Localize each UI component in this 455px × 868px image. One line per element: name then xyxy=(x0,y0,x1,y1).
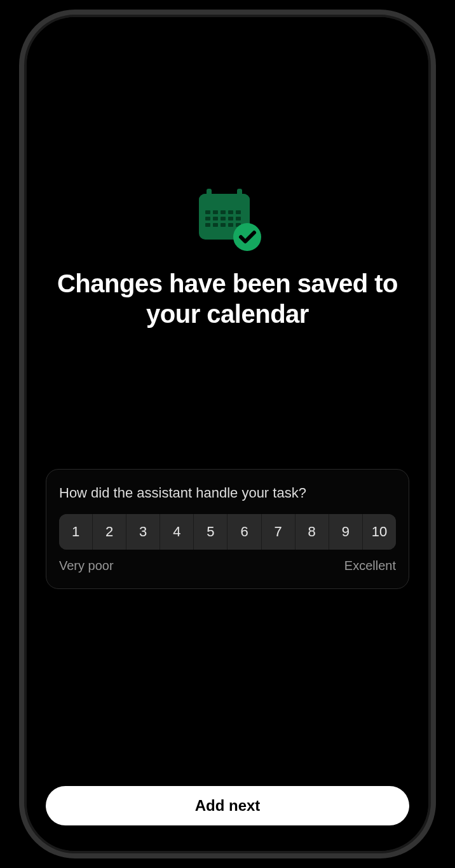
svg-rect-3 xyxy=(207,189,212,198)
svg-rect-11 xyxy=(213,217,218,220)
svg-rect-7 xyxy=(221,210,226,214)
rating-option-2[interactable]: 2 xyxy=(93,514,126,550)
svg-rect-13 xyxy=(228,217,233,220)
phone-frame: Changes have been saved to your calendar… xyxy=(24,15,431,853)
svg-rect-5 xyxy=(205,210,210,214)
rating-card: How did the assistant handle your task? … xyxy=(46,469,409,589)
confirmation-hero: Changes have been saved to your calendar xyxy=(46,189,409,329)
footer: Add next xyxy=(46,786,409,825)
rating-option-7[interactable]: 7 xyxy=(262,514,295,550)
svg-rect-17 xyxy=(221,223,226,227)
calendar-check-icon xyxy=(193,189,262,252)
rating-labels: Very poor Excellent xyxy=(59,559,396,573)
svg-rect-16 xyxy=(213,223,218,227)
rating-scale: 1 2 3 4 5 6 7 8 9 10 xyxy=(59,514,396,550)
rating-option-4[interactable]: 4 xyxy=(160,514,194,550)
svg-rect-18 xyxy=(228,223,233,227)
rating-option-6[interactable]: 6 xyxy=(228,514,261,550)
rating-option-8[interactable]: 8 xyxy=(295,514,329,550)
rating-option-3[interactable]: 3 xyxy=(126,514,160,550)
svg-rect-8 xyxy=(228,210,233,214)
rating-label-low: Very poor xyxy=(59,559,114,573)
add-next-button[interactable]: Add next xyxy=(46,786,409,825)
svg-rect-9 xyxy=(236,210,241,214)
app-screen: Changes have been saved to your calendar… xyxy=(27,17,428,851)
rating-question: How did the assistant handle your task? xyxy=(59,485,396,501)
svg-rect-6 xyxy=(213,210,218,214)
rating-option-1[interactable]: 1 xyxy=(59,514,93,550)
svg-rect-15 xyxy=(205,223,210,227)
svg-rect-14 xyxy=(236,217,241,220)
confirmation-heading: Changes have been saved to your calendar xyxy=(46,268,409,329)
svg-rect-4 xyxy=(237,189,242,198)
svg-rect-12 xyxy=(221,217,226,220)
rating-label-high: Excellent xyxy=(344,559,396,573)
svg-rect-2 xyxy=(199,200,250,205)
rating-option-5[interactable]: 5 xyxy=(194,514,228,550)
rating-option-10[interactable]: 10 xyxy=(363,514,396,550)
svg-rect-10 xyxy=(205,217,210,220)
rating-option-9[interactable]: 9 xyxy=(329,514,363,550)
